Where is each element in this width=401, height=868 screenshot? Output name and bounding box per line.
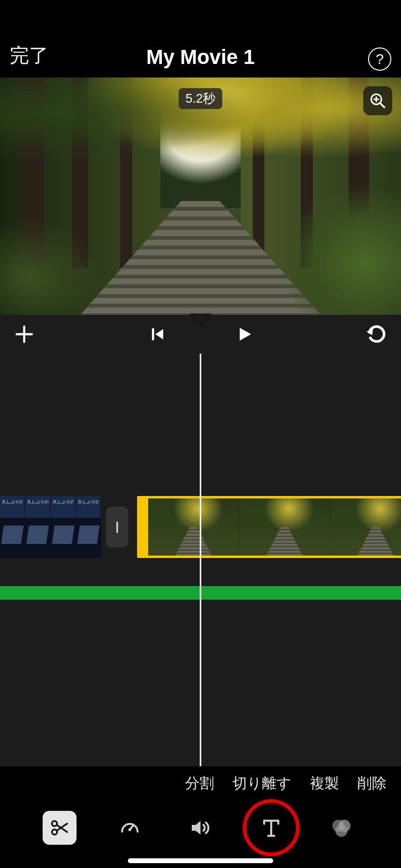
split-action[interactable]: 分割: [185, 774, 214, 793]
clip-previous[interactable]: 久しぶりの国内旅行 久しぶりの国内旅行 久しぶりの国内旅行 久しぶりの国内旅行: [0, 496, 101, 558]
duration-badge: 5.2秒: [179, 88, 222, 109]
svg-marker-7: [155, 329, 164, 340]
clip-actions: 分割 切り離す 複製 削除: [0, 766, 401, 800]
svg-line-1: [380, 103, 385, 108]
filter-circles-icon: [329, 816, 354, 840]
svg-line-12: [57, 825, 67, 832]
clip-selected[interactable]: [137, 496, 401, 558]
video-preview[interactable]: 5.2秒: [0, 78, 401, 315]
plus-icon: [14, 324, 34, 344]
skip-back-button[interactable]: [145, 322, 170, 346]
magnify-plus-icon: [369, 92, 386, 109]
volume-icon: [189, 816, 212, 839]
home-indicator[interactable]: [128, 858, 273, 863]
svg-point-24: [336, 825, 348, 837]
transition-button[interactable]: I: [106, 507, 128, 547]
done-button[interactable]: 完了: [10, 42, 48, 69]
cut-tool[interactable]: [43, 811, 77, 845]
svg-marker-8: [240, 328, 251, 341]
play-button[interactable]: [232, 322, 257, 346]
text-icon: [259, 816, 283, 840]
volume-tool[interactable]: [184, 811, 217, 845]
header-bar: 完了 My Movie 1 ?: [0, 0, 401, 78]
undo-button[interactable]: [362, 320, 391, 349]
playhead-line[interactable]: [200, 354, 201, 766]
zoom-button[interactable]: [363, 86, 392, 115]
svg-line-13: [57, 823, 67, 831]
undo-icon: [366, 323, 388, 345]
speed-tool[interactable]: [113, 811, 147, 845]
scissors-icon: [49, 818, 70, 838]
preview-frame: [0, 78, 401, 315]
duplicate-action[interactable]: 複製: [310, 774, 339, 793]
delete-action[interactable]: 削除: [357, 774, 386, 793]
edit-tools: [0, 801, 401, 854]
filter-tool[interactable]: [324, 811, 358, 845]
skip-back-icon: [149, 326, 166, 343]
project-title: My Movie 1: [0, 46, 401, 69]
svg-point-15: [128, 828, 131, 831]
text-tool[interactable]: [254, 811, 288, 845]
play-icon: [235, 325, 254, 344]
timeline[interactable]: 久しぶりの国内旅行 久しぶりの国内旅行 久しぶりの国内旅行 久しぶりの国内旅行 …: [0, 354, 401, 766]
playhead-marker: [190, 314, 211, 326]
trim-handle-left[interactable]: [139, 498, 148, 556]
speedometer-icon: [118, 816, 141, 839]
add-media-button[interactable]: [10, 320, 39, 349]
help-button[interactable]: ?: [368, 47, 391, 71]
svg-marker-16: [192, 821, 200, 835]
detach-action[interactable]: 切り離す: [232, 774, 292, 793]
